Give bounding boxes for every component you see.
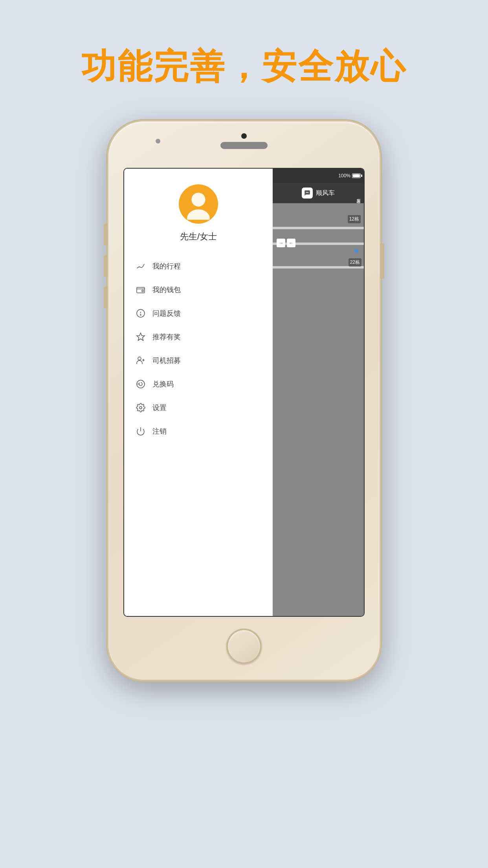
menu-label-recommend: 推荐有奖	[152, 332, 181, 342]
menu-item-my-trips[interactable]: 我的行程	[124, 254, 273, 278]
svg-rect-3	[142, 290, 143, 292]
menu-label-my-trips: 我的行程	[152, 261, 181, 271]
location-dot	[354, 249, 358, 253]
menu-item-settings[interactable]: 设置	[124, 396, 273, 419]
svg-point-5	[140, 314, 141, 315]
map-road-1	[273, 227, 364, 229]
settings-icon	[135, 402, 146, 413]
menu-label-driver-recruit: 司机招募	[152, 356, 181, 365]
user-name: 先生/女士	[180, 231, 217, 243]
svg-point-11	[306, 192, 307, 193]
battery-percent: 100%	[338, 173, 350, 178]
map-status-bar: 100%	[273, 169, 364, 183]
phone-shell: 先生/女士 我的行程	[108, 121, 380, 680]
menu-item-feedback[interactable]: 问题反馈	[124, 302, 273, 325]
home-button[interactable]	[226, 629, 262, 664]
menu-label-my-wallet: 我的钱包	[152, 285, 181, 294]
map-label-22dong: 22栋	[349, 258, 361, 267]
map-label-12dong: 12栋	[348, 215, 361, 223]
menu-label-redeem-code: 兑换码	[152, 379, 174, 389]
menu-label-logout: 注销	[152, 427, 167, 436]
feedback-icon	[135, 308, 146, 319]
person-add-icon	[135, 355, 146, 366]
star-icon	[135, 331, 146, 342]
route-icon	[135, 261, 146, 272]
page-background: 功能完善，安全放心	[0, 0, 488, 868]
svg-point-13	[308, 192, 308, 193]
power-icon	[135, 426, 146, 437]
menu-label-settings: 设置	[152, 403, 167, 412]
map-nav-arrows: → ←	[277, 239, 295, 247]
map-panel: 100%	[273, 169, 364, 616]
wallet-icon	[135, 284, 146, 295]
menu-item-driver-recruit[interactable]: 司机招募	[124, 349, 273, 372]
menu-item-redeem-code[interactable]: 兑换码	[124, 372, 273, 396]
svg-point-12	[307, 192, 308, 193]
arrow-left-btn[interactable]: ←	[287, 239, 295, 247]
camera-dot	[241, 133, 247, 139]
svg-point-0	[191, 193, 205, 206]
map-title: 顺风车	[316, 189, 335, 197]
svg-point-9	[139, 406, 142, 409]
map-header[interactable]: 顺风车	[273, 183, 364, 203]
phone-top-area	[220, 133, 268, 149]
menu-item-recommend[interactable]: 推荐有奖	[124, 325, 273, 349]
svg-point-1	[187, 210, 210, 220]
page-title: 功能完善，安全放心	[81, 43, 407, 90]
front-sensor	[156, 139, 160, 143]
chat-icon	[304, 189, 311, 197]
chat-bubble-icon[interactable]	[302, 188, 313, 199]
refresh-circle-icon	[135, 379, 146, 390]
menu-item-logout[interactable]: 注销	[124, 419, 273, 443]
avatar-icon	[183, 188, 214, 220]
avatar[interactable]	[179, 184, 218, 224]
svg-marker-6	[137, 333, 145, 340]
phone-screen: 先生/女士 我的行程	[123, 168, 365, 617]
arrow-right-btn[interactable]: →	[277, 239, 285, 247]
menu-list: 我的行程 我的钱包	[124, 254, 273, 443]
menu-item-my-wallet[interactable]: 我的钱包	[124, 278, 273, 302]
menu-label-feedback: 问题反馈	[152, 309, 181, 318]
screen-content: 先生/女士 我的行程	[124, 169, 364, 616]
battery-icon	[352, 173, 361, 178]
menu-panel: 先生/女士 我的行程	[124, 169, 273, 616]
svg-point-7	[138, 357, 141, 360]
speaker-grill	[220, 142, 268, 149]
